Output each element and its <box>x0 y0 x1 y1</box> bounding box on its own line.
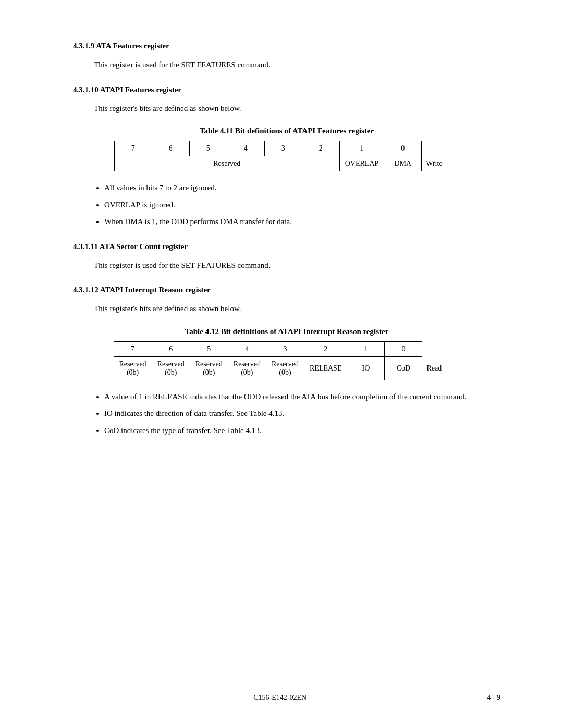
dma-cell: DMA <box>384 156 422 171</box>
bullet-4310-2: OVERLAP is ignored. <box>104 199 500 211</box>
table-412-data-row: Reserved(0b) Reserved(0b) Reserved(0b) R… <box>114 356 460 380</box>
bullets-4312: A value of 1 in RELEASE indicates that t… <box>104 391 500 437</box>
footer-center: C156-E142-02EN <box>253 694 307 702</box>
col-0: 0 <box>384 141 422 156</box>
col-1: 1 <box>339 141 384 156</box>
page-footer: C156-E142-02EN 4 - 9 <box>0 694 563 702</box>
table-411: 7 6 5 4 3 2 1 0 Reserved OVERLAP DMA Wri… <box>114 141 460 171</box>
heading-4312: 4.3.1.12 ATAPI Interrupt Reason register <box>73 286 500 294</box>
read-label: Read <box>422 356 460 380</box>
col-7: 7 <box>114 141 152 156</box>
table-411-header-row: 7 6 5 4 3 2 1 0 <box>114 141 459 156</box>
body-4311: This register is used for the SET FEATUR… <box>94 260 500 272</box>
footer-right: 4 - 9 <box>487 694 500 702</box>
t412-col-2: 2 <box>304 341 347 356</box>
table-411-data-row: Reserved OVERLAP DMA Write <box>114 156 459 171</box>
bullets-4310: All values in bits 7 to 2 are ignored. O… <box>104 182 500 228</box>
write-label: Write <box>422 156 459 171</box>
t412-cod: CoD <box>385 356 422 380</box>
t412-col-5: 5 <box>190 341 228 356</box>
heading-4310: 4.3.1.10 ATAPI Features register <box>73 85 500 94</box>
t412-res3: Reserved(0b) <box>266 356 304 380</box>
t412-col-7: 7 <box>114 341 152 356</box>
heading-4311: 4.3.1.11 ATA Sector Count register <box>73 242 500 251</box>
col-4: 4 <box>227 141 264 156</box>
body-439: This register is used for the SET FEATUR… <box>94 59 500 71</box>
col-6: 6 <box>152 141 189 156</box>
t412-col-6: 6 <box>152 341 190 356</box>
table-411-container: 7 6 5 4 3 2 1 0 Reserved OVERLAP DMA Wri… <box>73 141 500 171</box>
bullet-4312-1: A value of 1 in RELEASE indicates that t… <box>104 391 500 403</box>
bullet-4310-3: When DMA is 1, the ODD performs DMA tran… <box>104 216 500 228</box>
heading-439: 4.3.1.9 ATA Features register <box>73 42 500 51</box>
intro-4310: This register's bits are defined as show… <box>94 103 500 115</box>
section-4311: 4.3.1.11 ATA Sector Count register This … <box>73 242 500 272</box>
table-411-title: Table 4.11 Bit definitions of ATAPI Feat… <box>73 127 500 135</box>
col-3: 3 <box>264 141 302 156</box>
table-412-header-row: 7 6 5 4 3 2 1 0 <box>114 341 460 356</box>
section-4312: 4.3.1.12 ATAPI Interrupt Reason register… <box>73 286 500 436</box>
section-4310: 4.3.1.10 ATAPI Features register This re… <box>73 85 500 228</box>
bullet-4310-1: All values in bits 7 to 2 are ignored. <box>104 182 500 194</box>
reserved-cell: Reserved <box>114 156 339 171</box>
col-2: 2 <box>302 141 339 156</box>
t412-col-rw <box>422 341 460 356</box>
table-412-title: Table 4.12 Bit definitions of ATAPI Inte… <box>73 327 500 336</box>
t412-res6: Reserved(0b) <box>152 356 190 380</box>
table-412: 7 6 5 4 3 2 1 0 Reserved(0b) Reserved(0b… <box>114 341 460 380</box>
t412-col-4: 4 <box>228 341 266 356</box>
bullet-4312-3: CoD indicates the type of transfer. See … <box>104 425 500 437</box>
t412-res7: Reserved(0b) <box>114 356 152 380</box>
intro-4312: This register's bits are defined as show… <box>94 303 500 315</box>
section-439: 4.3.1.9 ATA Features register This regis… <box>73 42 500 71</box>
t412-col-0: 0 <box>385 341 422 356</box>
table-412-container: 7 6 5 4 3 2 1 0 Reserved(0b) Reserved(0b… <box>73 341 500 380</box>
t412-col-1: 1 <box>347 341 385 356</box>
col-rw-header <box>422 141 459 156</box>
overlap-cell: OVERLAP <box>339 156 384 171</box>
col-5: 5 <box>189 141 227 156</box>
t412-release: RELEASE <box>304 356 347 380</box>
t412-io: IO <box>347 356 385 380</box>
t412-res5: Reserved(0b) <box>190 356 228 380</box>
bullet-4312-2: IO indicates the direction of data trans… <box>104 408 500 419</box>
t412-res4: Reserved(0b) <box>228 356 266 380</box>
t412-col-3: 3 <box>266 341 304 356</box>
